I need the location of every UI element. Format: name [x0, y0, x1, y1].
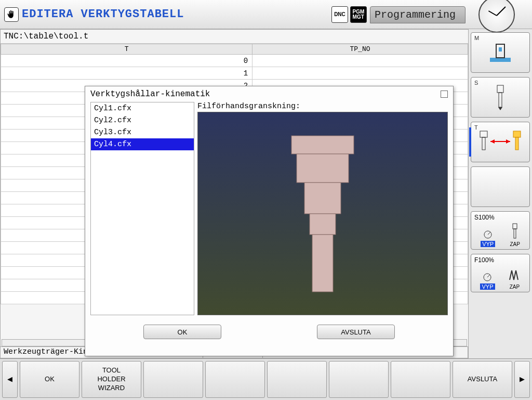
svg-marker-10: [498, 107, 502, 110]
mode-tab[interactable]: Programmering: [370, 6, 466, 23]
svg-line-19: [488, 232, 490, 235]
m-button[interactable]: M: [471, 32, 530, 73]
svg-rect-7: [499, 47, 502, 51]
ok-button[interactable]: OK: [143, 325, 221, 339]
softkey-3[interactable]: [143, 361, 203, 398]
softkey-next[interactable]: ▶: [514, 361, 530, 398]
svg-rect-8: [497, 85, 503, 93]
svg-rect-2: [304, 183, 341, 214]
softkey-prev[interactable]: ◀: [2, 361, 18, 398]
clock-icon: [478, 0, 515, 33]
svg-rect-5: [490, 58, 511, 62]
t-button[interactable]: T: [471, 122, 530, 162]
tool-holder-preview-icon: [276, 131, 369, 297]
softkey-1[interactable]: OK: [20, 361, 79, 398]
col-tpno[interactable]: TP_NO: [252, 44, 468, 55]
svg-rect-1: [297, 154, 349, 183]
svg-rect-4: [312, 235, 333, 292]
svg-rect-9: [499, 93, 502, 107]
svg-rect-3: [310, 214, 336, 235]
window-icon[interactable]: [441, 91, 448, 98]
svg-marker-17: [506, 139, 510, 144]
softkey-5[interactable]: [267, 361, 327, 398]
file-item[interactable]: Cyl1.cfx: [91, 102, 194, 114]
pgm-mgt-badge[interactable]: PGM MGT: [350, 6, 367, 23]
table-row[interactable]: 1: [1, 67, 468, 80]
svg-rect-0: [291, 136, 354, 154]
kinematics-dialog: Verktygshållar-kinematik Cyl1.cfxCyl2.cf…: [85, 86, 454, 356]
softkey-6[interactable]: [329, 361, 389, 398]
softkey-4[interactable]: [205, 361, 265, 398]
svg-rect-13: [513, 131, 521, 137]
svg-line-23: [487, 275, 490, 277]
softkey-8[interactable]: AVSLUTA: [453, 361, 512, 398]
svg-rect-12: [482, 137, 485, 150]
page-title: EDITERA VERKTYGSTABELL: [22, 8, 184, 21]
work-area: TNC:\table\tool.t T TP_NO 01234567891011…: [0, 29, 469, 358]
svg-marker-16: [490, 139, 495, 144]
s-button[interactable]: S: [471, 77, 530, 118]
clock-zone: [466, 0, 528, 33]
svg-rect-11: [480, 131, 487, 137]
s100-button[interactable]: S100% VYP ZAP: [471, 211, 530, 250]
file-path: TNC:\table\tool.t: [1, 30, 468, 44]
top-bar: EDITERA VERKTYGSTABELL DNC PGM MGT Progr…: [0, 0, 532, 29]
hand-icon[interactable]: [4, 7, 19, 22]
dnc-badge[interactable]: DNC: [331, 6, 348, 23]
cancel-button[interactable]: AVSLUTA: [317, 325, 395, 339]
file-item[interactable]: Cyl2.cfx: [91, 114, 194, 126]
blank-button[interactable]: [471, 166, 530, 207]
svg-rect-20: [513, 224, 517, 229]
softkey-2[interactable]: TOOL HOLDER WIZARD: [82, 361, 141, 398]
table-row[interactable]: 0: [1, 55, 468, 67]
softkey-7[interactable]: [391, 361, 450, 398]
svg-rect-21: [514, 229, 516, 238]
softkey-bar: ◀ OK TOOL HOLDER WIZARD AVSLUTA ▶: [0, 358, 532, 400]
side-panel: M S T S100% VYP ZAP F100% VYP ZAP: [469, 29, 532, 358]
preview-label: Filförhandsgranskning:: [197, 102, 448, 111]
svg-rect-14: [515, 137, 518, 150]
file-item[interactable]: Cyl4.cfx: [91, 138, 194, 150]
file-list[interactable]: Cyl1.cfxCyl2.cfxCyl3.cfxCyl4.cfx: [90, 102, 194, 315]
preview-box: [197, 112, 448, 315]
dialog-title: Verktygshållar-kinematik: [90, 89, 210, 99]
col-t[interactable]: T: [1, 44, 252, 55]
f100-button[interactable]: F100% VYP ZAP: [471, 254, 530, 292]
file-item[interactable]: Cyl3.cfx: [91, 126, 194, 138]
